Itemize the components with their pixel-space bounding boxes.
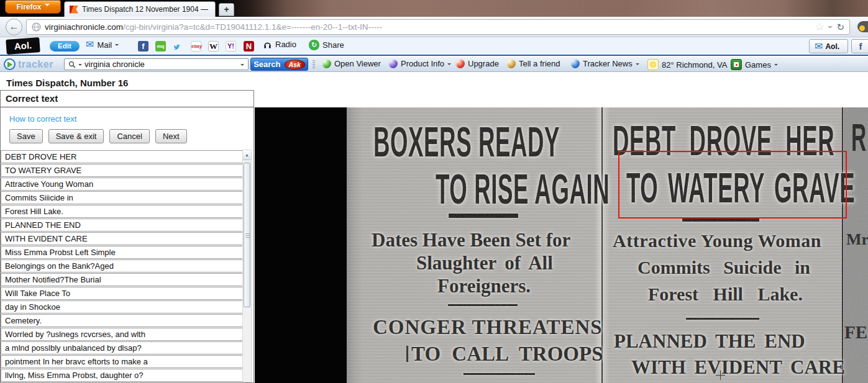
address-bar[interactable]: virginiachronicle.com/cgi-bin/virginia?a…: [26, 19, 850, 35]
divider-rule: [464, 373, 535, 375]
text-line-input[interactable]: DEBT DROVE HER: [1, 150, 243, 163]
search-button-label: Search: [254, 60, 280, 69]
weather-label: 82° Richmond, VA: [662, 60, 727, 70]
subhead-foreigners: Foreigners.: [437, 275, 531, 297]
search-icon: [68, 61, 76, 68]
save-exit-button[interactable]: Save & exit: [48, 129, 104, 143]
text-line-input[interactable]: Commits Siiicide in: [1, 191, 243, 204]
feedback-bubble-icon[interactable]: [857, 21, 868, 32]
back-button[interactable]: ←: [6, 19, 22, 35]
browser-tab[interactable]: Times Dispatch 12 November 1904 — Li...: [64, 1, 216, 17]
weather-item[interactable]: 82° Richmond, VA: [647, 59, 734, 70]
text-line-input[interactable]: Forest Hill Lake.: [1, 205, 243, 218]
text-line-list: DEBT DROVE HER TO WATERY GRAVE Attractiv…: [1, 150, 243, 382]
product-info-item[interactable]: Product Info: [388, 59, 451, 68]
reload-icon[interactable]: ↻: [836, 22, 844, 33]
crosshair-cursor-icon: [716, 371, 725, 380]
mail-menu[interactable]: ✉ Mail: [86, 40, 119, 50]
toolbar-drag-handle[interactable]: [313, 60, 315, 69]
search-history-dropdown-icon[interactable]: [240, 64, 244, 68]
tell-a-friend-icon: [506, 59, 516, 68]
open-viewer-icon: [322, 59, 331, 68]
save-button[interactable]: Save: [9, 129, 43, 143]
open-viewer-item[interactable]: Open Viewer: [322, 59, 381, 68]
games-icon: [731, 59, 742, 70]
url-domain: virginiachronicle.com: [45, 22, 123, 32]
edit-button[interactable]: Edit: [50, 41, 80, 52]
games-item[interactable]: Games: [731, 59, 778, 70]
chevron-down-icon: [115, 44, 119, 48]
tab-title: Times Dispatch 12 November 1904 — Li...: [82, 5, 210, 14]
tab-bar: Firefox Times Dispatch 12 November 1904 …: [0, 0, 868, 17]
chevron-down-icon: [447, 63, 451, 67]
page-favicon-icon: [70, 6, 78, 14]
share-menu[interactable]: ↻ Share: [309, 40, 344, 50]
text-line-input[interactable]: Will Take Place To: [1, 287, 243, 300]
text-line-input[interactable]: a mlnd posslbly unbalanced by dlsap?: [1, 341, 243, 354]
new-tab-button[interactable]: +: [219, 3, 234, 16]
tracker-news-item[interactable]: Tracker News: [570, 59, 639, 68]
text-line-input[interactable]: PLANNED THE END: [1, 219, 243, 232]
subhead-troops: TO CALL TROOPS: [411, 343, 603, 366]
twitter-bird-icon[interactable]: [173, 42, 184, 52]
text-line-input[interactable]: TO WATERY GRAVE: [1, 164, 243, 177]
text-line-input[interactable]: Mother Notified?The Burial: [1, 273, 243, 286]
yahoo-icon[interactable]: Y!: [226, 41, 236, 52]
radio-menu[interactable]: Radio: [263, 40, 296, 49]
tracker-news-label: Tracker News: [583, 59, 633, 68]
aol-mail-button[interactable]: ✉ Aol.: [809, 39, 848, 53]
subhead-forest-hill: Forest Hill Lake.: [648, 284, 803, 305]
tracker-logo-icon[interactable]: [4, 58, 16, 70]
tell-a-friend-item[interactable]: Tell a friend: [506, 59, 560, 68]
text-line-input[interactable]: Belongings on the Bank?Aged: [1, 259, 243, 273]
facebook-button[interactable]: f: [851, 39, 868, 53]
chevron-down-icon: [636, 63, 639, 67]
partial-text-mr: Mr: [846, 230, 868, 249]
search-engine-dropdown-icon[interactable]: [78, 64, 82, 68]
page-title: Times Dispatch, Number 16: [6, 78, 128, 88]
text-line-input[interactable]: WITH EVIDENT CARE: [1, 232, 243, 245]
text-line-input[interactable]: day in Shockoe: [1, 300, 243, 313]
column-separator-line: [601, 107, 603, 383]
panel-buttons: Save Save & exit Cancel Next: [9, 129, 187, 143]
scan-black-margin: [255, 107, 347, 383]
subhead-dates: Dates Have Been Set for: [372, 229, 570, 251]
newspaper-scan-image[interactable]: BOXERS READY TO RISE AGAIN Dates Have Be…: [347, 107, 868, 383]
ornament-bar: [449, 214, 518, 218]
netflix-icon[interactable]: N: [244, 41, 254, 52]
next-button[interactable]: Next: [155, 129, 187, 143]
panel-scrollbar[interactable]: ▲: [242, 150, 252, 382]
mapquest-icon[interactable]: mq: [155, 41, 166, 52]
tracker-brand[interactable]: tracker: [18, 59, 53, 70]
wikipedia-icon[interactable]: W: [208, 41, 219, 52]
text-line-input[interactable]: Worrled by ?uslnegs rcvcrses, and wlth: [1, 328, 243, 341]
urlbar-dropdown-icon[interactable]: [828, 26, 833, 31]
correct-text-panel: Correct text How to correct text Save Sa…: [0, 90, 254, 383]
text-line-input[interactable]: Miss Emma Probst Left Simple: [1, 246, 243, 259]
scroll-up-button[interactable]: ▲: [243, 150, 251, 160]
browser-window: Firefox Times Dispatch 12 November 1904 …: [0, 0, 868, 383]
share-label: Share: [322, 40, 344, 50]
chevron-down-icon: [45, 4, 50, 9]
how-to-correct-link[interactable]: How to correct text: [9, 114, 76, 124]
ebay-icon[interactable]: ebay: [191, 41, 201, 52]
tell-a-friend-label: Tell a friend: [519, 59, 560, 68]
tracker-news-icon: [570, 59, 580, 68]
search-button[interactable]: Search Ask: [250, 58, 308, 71]
facebook-icon[interactable]: f: [138, 41, 148, 52]
bookmark-star-icon[interactable]: ☆: [815, 22, 824, 32]
text-line-input[interactable]: llvlng, Miss Emma Probst, daughter o?: [1, 369, 243, 382]
headphones-icon: [263, 40, 272, 49]
text-line-input[interactable]: pointment In her bravc eftorts to make a: [1, 355, 243, 368]
aol-mail-button-label: Aol.: [825, 42, 839, 51]
aol-logo[interactable]: Aol.: [6, 37, 40, 55]
text-line-input[interactable]: Attractive Young Woman: [1, 178, 243, 191]
scroll-thumb[interactable]: [244, 163, 250, 307]
toolbar-search-input[interactable]: virginia chronicle: [64, 58, 249, 70]
upgrade-item[interactable]: Upgrade: [455, 59, 499, 68]
text-line-input[interactable]: Cemetery.: [1, 314, 243, 327]
firefox-menu-button[interactable]: Firefox: [5, 0, 61, 14]
cancel-button[interactable]: Cancel: [109, 129, 149, 143]
upgrade-label: Upgrade: [468, 59, 499, 68]
subhead-attractive: Attractive Young Woman: [613, 230, 821, 251]
